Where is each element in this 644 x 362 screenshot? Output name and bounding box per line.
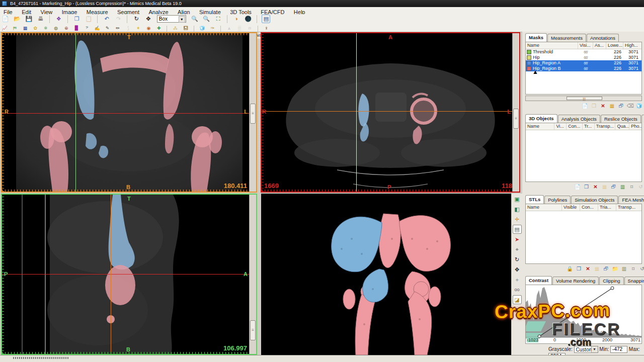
boolean-operations-icon[interactable]: ⊕ bbox=[63, 25, 70, 31]
scrollbar-thumb[interactable] bbox=[513, 109, 519, 129]
column-as[interactable]: As... bbox=[593, 42, 606, 49]
visibility-glasses-icon[interactable]: oo bbox=[513, 285, 522, 294]
reload-object-icon[interactable]: ↺ bbox=[637, 184, 644, 191]
redo-icon[interactable]: ↷ bbox=[114, 15, 123, 23]
lock-stl-icon[interactable]: 🔒 bbox=[566, 265, 574, 273]
column-name[interactable]: Name bbox=[526, 42, 578, 49]
column-translucent[interactable]: Tr... bbox=[583, 123, 595, 130]
pelvis-3d-model[interactable] bbox=[261, 194, 511, 355]
column-phong[interactable]: Pho... bbox=[629, 123, 641, 130]
tab-soft-tissue[interactable]: Soft tissue bbox=[641, 115, 644, 123]
measure-3d-icon[interactable]: ⌖ bbox=[513, 245, 522, 254]
morphology-icon[interactable]: ◍ bbox=[52, 25, 59, 31]
edit-3d-icon[interactable]: ✑ bbox=[209, 25, 216, 31]
new-mask-icon[interactable]: 📄 bbox=[581, 103, 589, 110]
rotate-view-icon[interactable]: 🌑 bbox=[244, 15, 253, 23]
anatomy-tool-icon[interactable]: 🯅 bbox=[263, 25, 270, 31]
folder-stl-icon[interactable]: 📁 bbox=[611, 265, 619, 273]
local-threshold-icon[interactable]: ✶ bbox=[135, 25, 142, 31]
draw-polyline-icon[interactable]: ✏ bbox=[114, 25, 121, 31]
delete-stl-icon[interactable]: ✕ bbox=[584, 265, 592, 273]
focus-object-icon[interactable]: ⌑ bbox=[628, 184, 635, 191]
rotate-3d-icon[interactable]: ↻ bbox=[513, 255, 522, 264]
column-higher[interactable]: High... bbox=[623, 42, 638, 49]
cavity-fill-icon[interactable]: ⛾ bbox=[182, 25, 189, 31]
scrollbar-thumb[interactable] bbox=[250, 320, 256, 340]
tab-reslice-objects[interactable]: Reslice Objects bbox=[601, 115, 641, 123]
column-visible[interactable]: Visi... bbox=[578, 42, 593, 49]
undo-icon[interactable]: ↶ bbox=[103, 15, 111, 23]
duplicate-mask-icon[interactable]: ❐ bbox=[590, 103, 598, 110]
tab-clipping[interactable]: Clipping bbox=[599, 277, 623, 285]
smooth-icon[interactable]: ≋ bbox=[246, 25, 253, 31]
dynamic-region-grow-icon[interactable]: ❄ bbox=[42, 25, 49, 31]
new-object-icon[interactable]: 📄 bbox=[574, 184, 581, 191]
multiple-slice-edit-icon[interactable]: ▉ bbox=[73, 25, 80, 31]
zoom-mode-dropdown[interactable]: Box ▼ bbox=[157, 15, 186, 23]
axial-viewport[interactable]: A R L P 1669 118 bbox=[261, 32, 520, 193]
column-triangles[interactable]: Tria... bbox=[598, 204, 616, 211]
erase-mask-icon[interactable]: ⌫ bbox=[626, 103, 634, 110]
export-object-icon[interactable]: ▥ bbox=[619, 184, 626, 191]
zoom-box-icon[interactable]: ⛶ bbox=[214, 15, 222, 23]
project-management-icon[interactable]: ▤ bbox=[262, 15, 270, 23]
sagittal-ct-image[interactable] bbox=[2, 195, 256, 354]
paste-icon[interactable]: 📋 bbox=[85, 15, 93, 23]
copy-object-icon[interactable]: ❐ bbox=[583, 184, 590, 191]
coronal-viewport[interactable]: T R L B 180.411 bbox=[1, 32, 257, 193]
column-contour[interactable]: Con... bbox=[580, 204, 598, 211]
orientation-widget-icon[interactable]: ✛ bbox=[513, 215, 522, 224]
draw-profile-line-icon[interactable]: ✎ bbox=[104, 25, 111, 31]
column-lower[interactable]: Lowe... bbox=[606, 42, 623, 49]
export-stl-icon[interactable]: ▥ bbox=[620, 265, 628, 273]
tab-masks[interactable]: Masks bbox=[525, 33, 547, 42]
slice-scrollbar[interactable] bbox=[512, 33, 519, 192]
threshold-icon[interactable]: 📈 bbox=[1, 25, 8, 31]
tab-analysis-objects[interactable]: Analysis Objects bbox=[558, 115, 600, 123]
scrollbar-thumb[interactable] bbox=[250, 104, 256, 124]
copy-stl-icon[interactable]: ❐ bbox=[575, 265, 583, 273]
column-visible[interactable]: Vi... bbox=[554, 123, 567, 130]
column-transparency[interactable]: Transp... bbox=[595, 123, 616, 130]
column-transparency[interactable]: Transp... bbox=[616, 204, 641, 211]
zoom-out-icon[interactable]: 🔍 bbox=[202, 15, 211, 23]
print-icon[interactable]: 🖶 bbox=[36, 15, 45, 23]
column-quality[interactable]: Qua... bbox=[615, 123, 629, 130]
mask-row-threshold[interactable]: Threshold 66' 226 3071 bbox=[526, 49, 641, 55]
mask-row-hip-region-b[interactable]: Hip_Region B 66' 226 3071 bbox=[526, 66, 641, 71]
edit-mask-icon[interactable]: ▦ bbox=[22, 25, 29, 31]
duplicate-object-icon[interactable]: 🗗 bbox=[610, 184, 617, 191]
visibility-glasses-icon[interactable]: 66' bbox=[578, 60, 593, 66]
mask-row-hip-region-a[interactable]: Hip_Region A 66' 226 3071 bbox=[526, 60, 641, 66]
grid-toggle-icon[interactable]: ▤ bbox=[513, 225, 522, 234]
mask-properties-icon[interactable]: ▦ bbox=[608, 103, 616, 110]
open-project-icon[interactable]: 📂▾ bbox=[13, 15, 21, 23]
pan-icon[interactable]: ✥ bbox=[144, 15, 152, 23]
visibility-glasses-icon[interactable]: 66' bbox=[578, 49, 593, 55]
tab-polylines[interactable]: Polylines bbox=[544, 196, 571, 204]
group-stl-icon[interactable]: 🗗 bbox=[602, 265, 610, 273]
slice-scrollbar[interactable] bbox=[249, 33, 256, 192]
calculate-3d-icon[interactable]: 🝆 bbox=[172, 25, 179, 31]
column-contour[interactable]: Con... bbox=[567, 123, 583, 130]
crop-mask-icon[interactable]: ⛿ bbox=[11, 25, 18, 31]
tab-3d-objects[interactable]: 3D Objects bbox=[525, 114, 557, 123]
mask-3d-preview-icon[interactable]: 🧊 bbox=[199, 25, 206, 31]
coronal-ct-image[interactable] bbox=[2, 33, 256, 192]
axial-ct-image[interactable] bbox=[262, 33, 519, 192]
export-icon[interactable]: ❖ bbox=[54, 15, 63, 23]
delete-mask-icon[interactable]: ✕ bbox=[599, 103, 607, 110]
column-visible[interactable]: Visible bbox=[562, 204, 580, 211]
column-name[interactable]: Name bbox=[526, 123, 554, 130]
tab-volume-rendering[interactable]: Volume Rendering bbox=[552, 277, 599, 285]
scrollbar-thumb[interactable]: ||| bbox=[567, 97, 602, 100]
contrast-icon[interactable]: ◑ bbox=[232, 15, 240, 23]
stl-properties-icon[interactable]: ▦ bbox=[593, 265, 601, 273]
split-mask-icon[interactable]: 𝄢 bbox=[84, 25, 91, 31]
visibility-glasses-icon[interactable]: 66' bbox=[578, 55, 593, 60]
tab-simulation-objects[interactable]: Simulation Objects bbox=[571, 196, 618, 204]
tab-stls[interactable]: STLs bbox=[525, 195, 544, 204]
tab-annotations[interactable]: Annotations bbox=[587, 34, 619, 42]
smooth-mask-icon[interactable]: ◉ bbox=[145, 25, 152, 31]
zoom-in-icon[interactable]: 🔍 bbox=[190, 15, 199, 23]
